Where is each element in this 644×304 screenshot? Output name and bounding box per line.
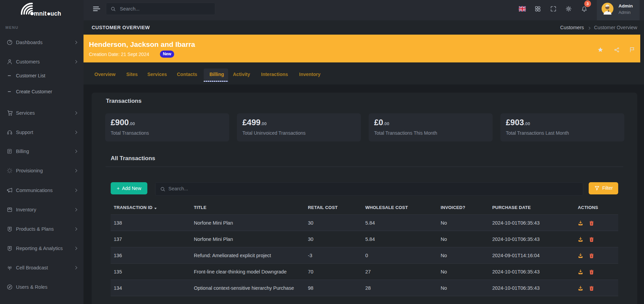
svg-text:mnit: mnit bbox=[34, 10, 47, 17]
svg-text:uch: uch bbox=[51, 10, 61, 17]
